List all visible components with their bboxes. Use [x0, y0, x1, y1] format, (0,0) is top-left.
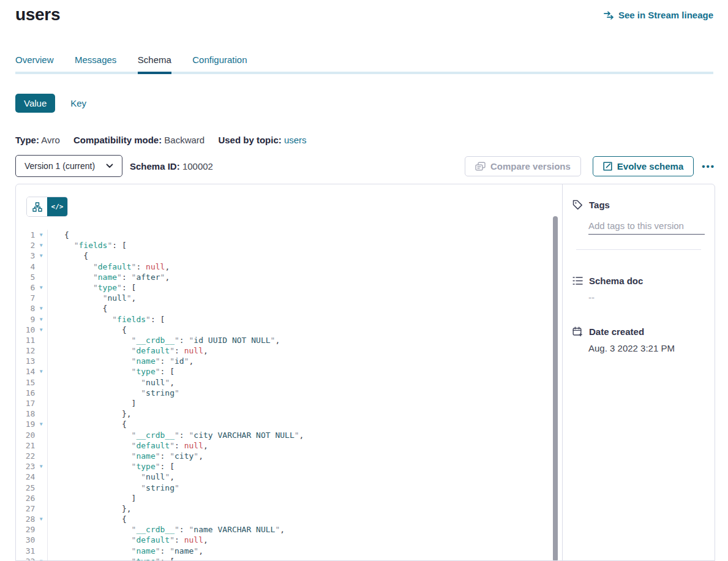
schema-id: Schema ID: 100002 [130, 161, 213, 171]
schema-meta-row: Type: Avro Compatibility mode: Backward … [15, 135, 318, 145]
code-text: ] [64, 493, 136, 503]
code-line: 6▼ "type": [ [16, 282, 562, 293]
line-number: 3 [16, 250, 35, 261]
editor-gutter: 7 [16, 293, 48, 303]
editor-gutter: 15 [16, 377, 48, 388]
line-number: 19 [16, 419, 35, 429]
line-number: 5 [16, 272, 35, 282]
line-number: 8 [16, 303, 35, 314]
line-number: 21 [16, 440, 35, 451]
fold-toggle-icon [35, 262, 47, 272]
code-line: 11 "__crdb__": "id UUID NOT NULL", [16, 335, 562, 345]
code-line: 3▼ { [16, 250, 562, 261]
fold-toggle-icon [35, 335, 47, 345]
used-by-topic: Used by topic: users [218, 135, 306, 145]
compare-versions-button[interactable]: Compare versions [465, 156, 581, 176]
fold-toggle-icon [35, 409, 47, 419]
editor-gutter: 8▼ [16, 303, 48, 314]
editor-gutter: 13 [16, 356, 48, 366]
editor-gutter: 22 [16, 451, 48, 461]
editor-gutter: 10▼ [16, 325, 48, 335]
code-line: 29 "__crdb__": "name VARCHAR NULL", [16, 524, 562, 535]
code-line: 14▼ "type": [ [16, 366, 562, 377]
line-number: 22 [16, 451, 35, 461]
stream-lineage-label: See in Stream lineage [618, 10, 713, 20]
copy-icon [475, 162, 486, 171]
fold-toggle-icon [35, 430, 47, 440]
tree-view-button[interactable] [27, 197, 47, 216]
fold-toggle-icon[interactable]: ▼ [35, 325, 47, 335]
code-text: "name": "id", [64, 356, 193, 366]
tab-configuration[interactable]: Configuration [192, 55, 247, 72]
code-text: "default": null, [64, 535, 208, 545]
code-line: 13 "name": "id", [16, 356, 562, 366]
line-number: 15 [16, 377, 35, 388]
date-created-title: Date created [589, 326, 644, 337]
topic-link[interactable]: users [284, 135, 307, 145]
editor-gutter: 2▼ [16, 240, 48, 250]
fold-toggle-icon[interactable]: ▼ [35, 419, 47, 429]
editor-gutter: 1▼ [16, 230, 48, 240]
line-number: 13 [16, 356, 35, 366]
code-view-icon: </> [51, 203, 64, 211]
schema-doc-value: -- [588, 292, 705, 303]
fold-toggle-icon [35, 483, 47, 493]
code-line: 1▼{ [16, 230, 562, 240]
add-tags-input[interactable] [588, 220, 705, 235]
fold-toggle-icon[interactable]: ▼ [35, 303, 47, 314]
fold-toggle-icon[interactable]: ▼ [35, 250, 47, 261]
code-text: "__crdb__": "name VARCHAR NULL", [64, 524, 285, 535]
code-text: "type": [ [64, 461, 174, 472]
code-text: { [64, 325, 127, 335]
tab-schema[interactable]: Schema [138, 55, 171, 72]
editor-gutter: 27 [16, 503, 48, 514]
editor-gutter: 11 [16, 335, 48, 345]
tab-messages[interactable]: Messages [75, 55, 116, 72]
editor-gutter: 9▼ [16, 314, 48, 325]
fold-toggle-icon[interactable]: ▼ [35, 366, 47, 377]
code-line: 7 "null", [16, 293, 562, 303]
fold-toggle-icon[interactable]: ▼ [35, 514, 47, 524]
code-text: "string" [64, 388, 179, 398]
editor-gutter: 18 [16, 409, 48, 419]
fold-toggle-icon [35, 272, 47, 282]
code-line: 19▼ { [16, 419, 562, 429]
chevron-down-icon [106, 164, 113, 168]
code-text: { [64, 419, 127, 429]
line-number: 24 [16, 472, 35, 482]
fold-toggle-icon[interactable]: ▼ [35, 314, 47, 325]
fold-toggle-icon[interactable]: ▼ [35, 461, 47, 472]
fold-toggle-icon[interactable]: ▼ [35, 240, 47, 250]
date-created-value: Aug. 3 2022 3:21 PM [588, 343, 705, 353]
editor-gutter: 21 [16, 440, 48, 451]
fold-toggle-icon[interactable]: ▼ [35, 230, 47, 240]
fold-toggle-icon [35, 493, 47, 503]
fold-toggle-icon [35, 524, 47, 535]
editor-gutter: 32▼ [16, 556, 48, 560]
schema-type: Type: Avro [15, 135, 60, 145]
fold-toggle-icon [35, 388, 47, 398]
code-text: { [64, 514, 127, 524]
tab-bar: Overview Messages Schema Configuration [15, 55, 713, 74]
code-view-button[interactable]: </> [47, 197, 67, 216]
value-segment-button[interactable]: Value [15, 94, 55, 113]
line-number: 30 [16, 535, 35, 545]
tab-overview[interactable]: Overview [15, 55, 54, 72]
fold-toggle-icon[interactable]: ▼ [35, 556, 47, 560]
editor-gutter: 6▼ [16, 282, 48, 293]
more-options-button[interactable]: ••• [702, 161, 715, 171]
code-line: 2▼ "fields": [ [16, 240, 562, 250]
code-text: ] [64, 398, 136, 409]
version-select[interactable]: Version 1 (current) [15, 155, 122, 177]
line-number: 27 [16, 503, 35, 514]
evolve-schema-button[interactable]: Evolve schema [593, 156, 694, 176]
editor-view-toggle: </> [26, 197, 68, 217]
code-text: { [64, 303, 107, 314]
key-segment-button[interactable]: Key [70, 98, 86, 108]
editor-vertical-scrollbar[interactable] [553, 216, 558, 560]
code-line: 5 "name": "after", [16, 272, 562, 282]
stream-lineage-link[interactable]: See in Stream lineage [604, 10, 713, 20]
code-text: "string" [64, 483, 179, 493]
code-text: "fields": [ [64, 314, 165, 325]
fold-toggle-icon[interactable]: ▼ [35, 282, 47, 293]
